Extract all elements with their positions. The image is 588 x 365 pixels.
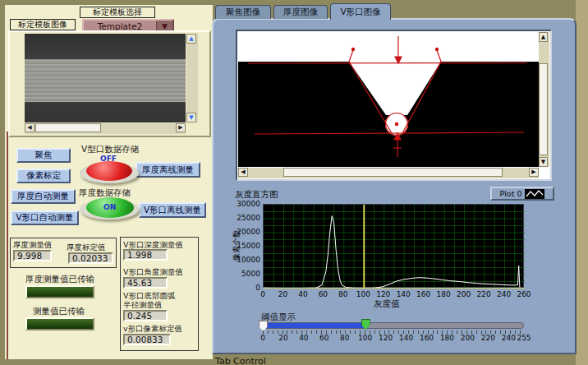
slider-tick-label: 180 <box>440 334 454 342</box>
slider-tick-label: 60 <box>319 334 328 342</box>
slider-tick-label: 200 <box>461 334 475 342</box>
x-tick-label: 0 <box>260 290 265 298</box>
v-data-store-label: V型口数据存储 <box>81 144 139 155</box>
x-tick-label: 100 <box>356 290 370 298</box>
hscroll-thumb[interactable] <box>283 168 503 177</box>
measure-sent-label: 测量值已传输 <box>33 306 85 317</box>
v-image-hscrollbar[interactable]: ◀ ▶ <box>238 168 539 178</box>
tab-v-notch-image[interactable]: V形口图像 <box>330 3 391 20</box>
image-striped-band <box>25 59 186 102</box>
thickness-calib-value: 0.02033 <box>68 252 113 264</box>
v-image-vscrollbar[interactable]: ▲ ▼ <box>539 32 549 167</box>
thickness-data-store-state: ON <box>103 203 116 211</box>
slider-tick-label: 220 <box>481 334 495 342</box>
scroll-right-icon[interactable]: ▶ <box>176 123 186 132</box>
slider-tick-label: 40 <box>299 334 308 342</box>
right-margin <box>576 0 588 365</box>
focus-button[interactable]: 聚焦 <box>16 148 71 163</box>
histogram-curve <box>264 216 520 289</box>
y-tick-label: 0 <box>255 284 260 292</box>
template-image-label: 标定模板图像 <box>10 19 76 30</box>
v-notch-image <box>238 32 539 167</box>
slider-tick-label: 100 <box>358 334 372 342</box>
x-tick-label: 40 <box>298 290 307 298</box>
panel-accent-line <box>7 132 8 359</box>
x-tick-label: 80 <box>338 290 347 298</box>
x-tick-label: 200 <box>457 290 471 298</box>
image-dark-band-bottom <box>25 102 186 122</box>
x-tick-label: 160 <box>416 290 430 298</box>
histogram-legend[interactable]: Plot 0 <box>490 187 554 201</box>
v-radius-label-line1: V形口底部圆弧 <box>123 291 176 300</box>
y-tick-label: 30000 <box>237 200 260 208</box>
template-image <box>25 34 186 122</box>
slider-tick-label: 20 <box>278 334 287 342</box>
pixel-calibration-button[interactable]: 像素标定 <box>16 169 71 183</box>
x-tick-label: 180 <box>437 290 451 298</box>
x-tick-label: 220 <box>476 290 490 298</box>
y-tick-label: 5000 <box>241 270 260 278</box>
scroll-up-icon[interactable]: ▲ <box>539 32 548 42</box>
measure-sent-led <box>25 317 94 330</box>
x-tick-label: 60 <box>319 290 328 298</box>
template-select-value: Template2 <box>84 21 156 31</box>
scroll-down-icon[interactable]: ▼ <box>539 157 548 167</box>
tab-control-caption: Tab Control <box>215 356 266 365</box>
histogram-y-axis-label: 像素个数 <box>232 224 242 267</box>
histogram-x-axis: 020406080100120140160180200220240260 <box>263 290 524 298</box>
slider-tick-label: 140 <box>399 334 413 342</box>
scroll-left-icon[interactable]: ◀ <box>25 123 34 132</box>
slider-tick-label: 240 <box>502 334 516 342</box>
scroll-down-icon[interactable]: ▼ <box>186 113 196 122</box>
v-radius-label: V形口底部圆弧 半径测量值 <box>123 292 199 310</box>
thickness-sent-led <box>25 285 94 298</box>
x-tick-label: 240 <box>497 290 511 298</box>
thickness-auto-measure-button[interactable]: 厚度自动测量 <box>11 189 76 204</box>
scroll-up-icon[interactable]: ▲ <box>186 34 196 44</box>
histogram-plot <box>263 204 524 288</box>
scroll-right-icon[interactable]: ▶ <box>529 168 539 177</box>
template-image-vscrollbar[interactable]: ▲ ▼ <box>186 34 198 122</box>
slider-tick-label: 80 <box>340 334 349 342</box>
slider-tick-label: 255 <box>517 334 531 342</box>
histogram-x-axis-label: 灰度值 <box>374 298 400 310</box>
app-window: 标定模板选择 Template2 ▼ 标定模板图像 ▲ ▼ ◀ ▶ 聚焦 像素标… <box>0 0 588 365</box>
v-depth-value: 1.998 <box>123 249 168 261</box>
legend-label: Plot 0 <box>500 189 522 198</box>
slider-tick-label: 120 <box>379 334 393 342</box>
v-angle-value: 45.63 <box>123 277 168 289</box>
thickness-measure-value: 9.998 <box>13 250 52 261</box>
image-dark-band-top <box>25 34 186 59</box>
x-tick-label: 20 <box>278 290 287 298</box>
x-tick-label: 140 <box>397 290 411 298</box>
v-radius-value: 0.245 <box>123 310 168 321</box>
slider-tick-label: 0 <box>260 334 265 342</box>
v-pixel-calib-value: 0.00833 <box>123 334 171 345</box>
histogram-title: 灰度直方图 <box>235 189 278 201</box>
v-notch-auto-measure-button[interactable]: V形口自动测量 <box>11 210 79 225</box>
tab-thickness-image[interactable]: 厚度图像 <box>273 5 328 19</box>
hscroll-thumb[interactable] <box>35 123 101 132</box>
vscroll-thumb[interactable] <box>539 63 548 155</box>
slider-tick-labels: 020406080100120140160180200220240255 <box>263 334 524 342</box>
slider-tick-label: 160 <box>420 334 434 342</box>
slider-fill <box>264 323 366 328</box>
template-select-label: 标定模板选择 <box>80 7 155 18</box>
y-tick-label: 25000 <box>237 214 260 222</box>
x-tick-label: 120 <box>376 290 390 298</box>
v-radius-label-line2: 半径测量值 <box>123 300 163 309</box>
template-image-hscrollbar[interactable]: ◀ ▶ <box>25 123 186 134</box>
threshold-slider-track[interactable] <box>263 322 524 329</box>
thickness-offline-measure-button[interactable]: 厚度离线测量 <box>136 162 200 178</box>
scroll-left-icon[interactable]: ◀ <box>238 168 248 177</box>
tab-focus-image[interactable]: 聚焦图像 <box>215 5 271 19</box>
legend-line-icon <box>525 189 544 199</box>
thickness-sent-label: 厚度测量值已传输 <box>25 274 94 285</box>
v-data-store-toggle-dome[interactable] <box>86 161 132 181</box>
x-tick-label: 260 <box>517 290 531 298</box>
v-notch-offline-measure-button[interactable]: V形口离线测量 <box>139 202 206 218</box>
